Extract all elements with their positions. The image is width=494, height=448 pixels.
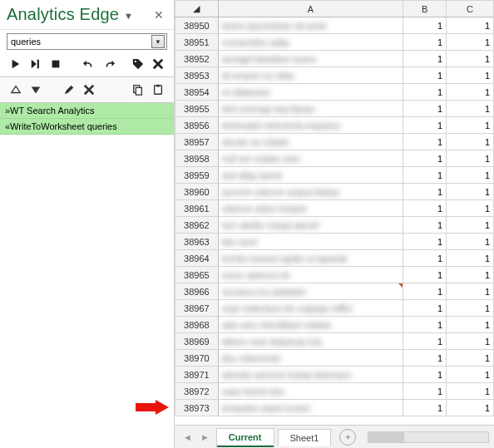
cell-c[interactable]: 1 (447, 350, 494, 367)
row-header[interactable]: 38950 (175, 17, 219, 34)
move-down-button[interactable] (27, 81, 45, 99)
cell-b[interactable]: 1 (403, 117, 447, 134)
delete-button[interactable] (80, 81, 98, 99)
cell-b[interactable]: 1 (403, 367, 447, 383)
cell-b[interactable]: 1 (403, 184, 447, 200)
undo-button[interactable] (80, 55, 98, 73)
table-row[interactable]: 38957strude xe rcitatio11 (175, 134, 494, 150)
row-header[interactable]: 38958 (175, 150, 219, 167)
step-button[interactable] (27, 55, 45, 73)
row-header[interactable]: 38964 (175, 250, 219, 267)
table-row[interactable]: 38954nt utlaboree11 (175, 84, 494, 101)
cell-c[interactable]: 1 (447, 250, 494, 267)
cell-b[interactable]: 1 (403, 17, 447, 34)
cell-a[interactable]: occaeca tcu pidatatn (218, 283, 403, 300)
cell-b[interactable]: 1 (403, 217, 447, 234)
cell-b[interactable]: 1 (403, 84, 447, 101)
task-item-search-analytics[interactable]: »WT Search Analytics (0, 103, 174, 119)
cell-a[interactable]: siut aliqu ipexe (218, 167, 403, 184)
table-row[interactable]: 38961uteirure dolor inrepre11 (175, 200, 494, 217)
cell-a[interactable]: onpr oidentsun tin culpaqu ioffici (218, 300, 403, 317)
cell-b[interactable]: 1 (403, 333, 447, 350)
cell-a[interactable]: laboru mse dutpersp icia (218, 333, 403, 350)
cell-b[interactable]: 1 (403, 350, 447, 367)
table-row[interactable]: 38965urexc epteurs int11 (175, 267, 494, 283)
cell-a[interactable]: stenatu serrorsi tvolup tatemacc (218, 367, 403, 383)
cell-c[interactable]: 1 (447, 184, 494, 200)
table-row[interactable]: 38964lumdo loreeuf ugiatn ul lapariat11 (175, 250, 494, 267)
cell-c[interactable]: 1 (447, 150, 494, 167)
table-row[interactable]: 38956tenimadm inimvenia mquisno11 (175, 117, 494, 134)
cell-a[interactable]: tenimadm inimvenia mquisno (218, 117, 403, 134)
row-header[interactable]: 38973 (175, 400, 219, 416)
tab-current[interactable]: Current (216, 428, 274, 447)
cell-c[interactable]: 1 (447, 333, 494, 350)
table-row[interactable]: 38959siut aliqu ipexe11 (175, 167, 494, 184)
cell-b[interactable]: 1 (403, 150, 447, 167)
table-row[interactable]: 38951consectetu radip11 (175, 34, 494, 51)
row-header[interactable]: 38967 (175, 300, 219, 317)
table-row[interactable]: 38973emquela udant iumtot11 (175, 400, 494, 416)
cell-c[interactable]: 1 (447, 200, 494, 217)
cell-c[interactable]: 1 (447, 34, 494, 51)
row-header[interactable]: 38951 (175, 34, 219, 51)
row-header[interactable]: 38956 (175, 117, 219, 134)
cell-c[interactable]: 1 (447, 101, 494, 117)
select-all-corner[interactable]: ◢ (175, 1, 219, 17)
cell-b[interactable]: 1 (403, 383, 447, 400)
cell-c[interactable]: 1 (447, 317, 494, 333)
cell-c[interactable]: 1 (447, 383, 494, 400)
row-header[interactable]: 38953 (175, 67, 219, 84)
cell-c[interactable]: 1 (447, 283, 494, 300)
cell-b[interactable]: 1 (403, 101, 447, 117)
row-header[interactable]: 38952 (175, 51, 219, 67)
table-row[interactable]: 38970tisu ndeomnisi11 (175, 350, 494, 367)
cell-a[interactable]: null am colabo risni (218, 150, 403, 167)
move-up-button[interactable] (7, 81, 25, 99)
cell-a[interactable]: dt empori nci didu (218, 67, 403, 84)
table-row[interactable]: 38967onpr oidentsun tin culpaqu ioffici1… (175, 300, 494, 317)
row-header[interactable]: 38971 (175, 367, 219, 383)
cell-c[interactable]: 1 (447, 300, 494, 317)
cell-c[interactable]: 1 (447, 217, 494, 234)
row-header[interactable]: 38963 (175, 234, 219, 250)
cell-b[interactable]: 1 (403, 283, 447, 300)
cell-b[interactable]: 1 (403, 250, 447, 267)
cell-b[interactable]: 1 (403, 267, 447, 283)
task-item-write-worksheet[interactable]: «WriteToWorksheet queries (0, 119, 174, 135)
cell-a[interactable]: strude xe rcitatio (218, 134, 403, 150)
cell-c[interactable]: 1 (447, 117, 494, 134)
cell-c[interactable]: 1 (447, 67, 494, 84)
table-row[interactable]: 38960acomm odocon sequa tduisa11 (175, 184, 494, 200)
row-header[interactable]: 38969 (175, 333, 219, 350)
cell-a[interactable]: nt utlaboree (218, 84, 403, 101)
table-row[interactable]: 38952iscingel itseddoe iusmo11 (175, 51, 494, 67)
table-row[interactable]: 38953dt empori nci didu11 (175, 67, 494, 84)
paste-button[interactable] (149, 81, 167, 99)
remove-button[interactable] (149, 55, 167, 73)
cell-a[interactable]: tisu ndeomnisi (218, 350, 403, 367)
chevron-down-icon[interactable]: ▼ (151, 35, 165, 48)
cell-a[interactable]: usan tiumd olor (218, 383, 403, 400)
table-row[interactable]: 38958null am colabo risni11 (175, 150, 494, 167)
stop-button[interactable] (47, 55, 65, 73)
horizontal-scrollbar[interactable] (368, 431, 489, 443)
cell-c[interactable]: 1 (447, 400, 494, 416)
cell-a[interactable]: lorem ipsumdolor sit amet (218, 17, 403, 34)
cell-b[interactable]: 1 (403, 317, 447, 333)
table-row[interactable]: 38968ade seru ntmollitani midest11 (175, 317, 494, 333)
cell-a[interactable]: hen deritin volupt atevel (218, 217, 403, 234)
cell-b[interactable]: 1 (403, 167, 447, 184)
row-header[interactable]: 38960 (175, 184, 219, 200)
cell-a[interactable]: lumdo loreeuf ugiatn ul lapariat (218, 250, 403, 267)
pane-close-button[interactable]: ✕ (151, 7, 167, 23)
cell-a[interactable]: uteirure dolor inrepre (218, 200, 403, 217)
table-row[interactable]: 38963ites secil11 (175, 234, 494, 250)
cell-a[interactable]: ites secil (218, 234, 403, 250)
cell-c[interactable]: 1 (447, 234, 494, 250)
cell-c[interactable]: 1 (447, 84, 494, 101)
row-header[interactable]: 38968 (175, 317, 219, 333)
table-row[interactable]: 38972usan tiumd olor11 (175, 383, 494, 400)
run-button[interactable] (7, 55, 25, 73)
pane-title-dropdown-icon[interactable]: ▼ (124, 11, 133, 21)
